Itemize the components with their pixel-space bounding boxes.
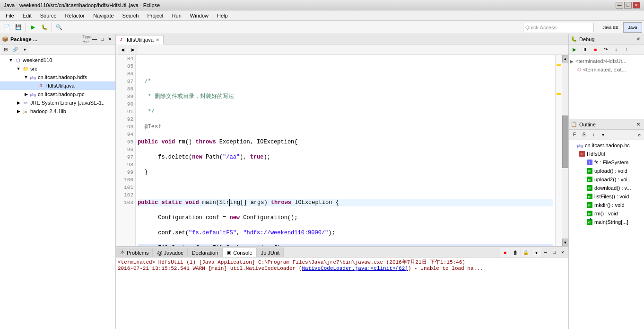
outline-method-listfiles[interactable]: m listFiles() : void — [569, 192, 644, 201]
tab-console[interactable]: ▣ Console — [222, 248, 256, 257]
tree-item-hadoop-lib[interactable]: ▶ jar hadoop-2.4.1lib — [0, 107, 115, 116]
debug-item-icon-2: ⬡ — [577, 67, 581, 72]
link-editor-button[interactable]: 🔗 — [10, 45, 20, 54]
type-hierarchy-tab[interactable]: Type Hie — [83, 36, 91, 43]
menu-project[interactable]: Project — [143, 12, 167, 19]
debug-item-label-1: <terminated>HdfsUt... — [575, 58, 627, 64]
outline-method-rm[interactable]: m rm() : void — [569, 209, 644, 218]
toolbar-java[interactable]: Java — [623, 22, 642, 33]
toolbar-search[interactable]: 🔍 — [54, 22, 64, 33]
outline-hide-fields[interactable]: F — [570, 130, 579, 140]
view-menu-button[interactable]: ▾ — [20, 45, 29, 54]
tree-item-rpc-package[interactable]: ▶ pkg cn.itcast.hadoop.rpc — [0, 90, 115, 98]
debug-suspend[interactable]: ⏸ — [580, 45, 590, 54]
code-content[interactable]: /* * 删除文件或目录，封装好的写法 */ @Test public void… — [136, 55, 555, 246]
console-view-menu[interactable]: ▾ — [531, 248, 541, 257]
outline-method-download[interactable]: m download() : v... — [569, 184, 644, 192]
tab-declaration[interactable]: Declaration — [188, 248, 223, 257]
label-jre: JRE System Library [JavaSE-1.. — [30, 100, 104, 106]
menu-edit[interactable]: Edit — [19, 12, 35, 19]
tab-junit[interactable]: Ju JUnit — [257, 248, 284, 257]
outline-method-upload2[interactable]: m upload2() : voi... — [569, 175, 644, 184]
tab-javadoc[interactable]: @ Javadoc — [153, 248, 187, 257]
editor-toolbar-btn2[interactable]: ▶ — [128, 45, 138, 54]
toolbar-debug[interactable]: 🐛 — [39, 22, 50, 33]
code-line-89: public void rm() throws Exception, IOExc… — [138, 138, 553, 146]
editor-area[interactable]: 84 85 86 87 88 89 90 91 92 93 94 95 96 9… — [116, 55, 568, 246]
scrollbar-track[interactable] — [562, 62, 568, 239]
menu-search[interactable]: Search — [119, 12, 143, 19]
toolbar-save[interactable]: 💾 — [13, 22, 24, 33]
console-minimize[interactable]: — — [542, 249, 549, 256]
menu-source[interactable]: Source — [36, 12, 61, 19]
console-clear[interactable]: 🗑 — [511, 248, 520, 257]
outline-title: Outline — [579, 122, 635, 127]
debug-terminate-btn[interactable]: ■ — [591, 45, 600, 54]
outline-field-fs[interactable]: f fs : FileSystem — [569, 158, 644, 167]
toolbar-run[interactable]: ▶ — [28, 22, 38, 33]
outline-method-main[interactable]: m s main(String[...] — [569, 218, 644, 226]
outline-hide-static[interactable]: S — [579, 130, 589, 140]
outline-class[interactable]: C HdfsUtil — [569, 150, 644, 158]
tree-item-src[interactable]: ▼ 📁 src — [0, 64, 115, 73]
quick-access-label: Quick Access — [525, 25, 557, 30]
maximize-button[interactable]: □ — [624, 2, 632, 9]
tree-item-jre[interactable]: ▶ lib JRE System Library [JavaSE-1.. — [0, 98, 115, 107]
outline-package-label: cn.itcast.hadoop.hc — [585, 142, 630, 148]
menu-window[interactable]: Window — [186, 12, 212, 19]
toolbar-java-ee[interactable]: Java EE — [599, 22, 622, 33]
console-close[interactable]: ✕ — [559, 249, 566, 256]
tree-item-hdfsutil[interactable]: J HdfsUtil.java — [0, 81, 115, 90]
editor-scrollbar[interactable]: ▲ ▼ — [562, 55, 568, 246]
outline-view-menu[interactable]: ▾ — [598, 130, 608, 140]
panel-minimize[interactable]: — — [91, 36, 98, 43]
code-line-91: } — [138, 169, 553, 176]
debug-close[interactable]: ✕ — [635, 36, 642, 43]
menu-file[interactable]: File — [2, 12, 18, 19]
editor-tab-hdfsutil[interactable]: J HdfsUtil.java ✕ — [116, 35, 164, 44]
scrollbar-thumb[interactable] — [562, 116, 568, 169]
tree-item-hdfs-package[interactable]: ▼ pkg cn.itcast.hadoop.hdfs — [0, 73, 115, 81]
editor-tab-close[interactable]: ✕ — [156, 37, 159, 43]
toolbar-new[interactable]: 📄 — [2, 22, 12, 33]
debug-area: 🐛 Debug ✕ ▶ ⏸ ■ ↷ ↓ ↑ ▶ <terminated>Hdfs… — [569, 34, 644, 119]
debug-item-2[interactable]: ⬡ <terminated, exit... — [570, 65, 643, 74]
line-numbers: 84 85 86 87 88 89 90 91 92 93 94 95 96 9… — [116, 55, 136, 246]
close-button[interactable]: ✕ — [633, 2, 640, 9]
editor-toolbar-btn1[interactable]: ◀ — [118, 45, 127, 54]
menu-refactor[interactable]: Refactor — [61, 12, 89, 19]
outline-method-upload[interactable]: m upload() : void — [569, 167, 644, 175]
console-scroll-lock[interactable]: 🔒 — [521, 248, 531, 257]
arrow-src: ▼ — [15, 66, 22, 71]
debug-resume[interactable]: ▶ — [570, 45, 579, 54]
debug-step-over[interactable]: ↷ — [601, 45, 610, 54]
collapse-all-button[interactable]: ⊟ — [1, 45, 10, 54]
scrollbar-down[interactable]: ▼ — [562, 239, 568, 246]
debug-item-1[interactable]: ▶ <terminated>HdfsUt... — [570, 57, 643, 65]
console-link[interactable]: NativeCodeLoader.java:<clinit>(62) — [302, 266, 408, 271]
outline-package[interactable]: pkg cn.itcast.hadoop.hc — [569, 141, 644, 150]
menu-run[interactable]: Run — [168, 12, 185, 19]
outline-class-icon: C — [578, 150, 586, 158]
quick-access-field[interactable]: Quick Access — [523, 23, 594, 32]
outline-method-mkdir[interactable]: m mkdir() : void — [569, 201, 644, 209]
outline-sort[interactable]: ↕ — [589, 130, 598, 140]
outline-header: 📋 Outline ✕ — [569, 119, 644, 130]
label-hadoop-lib: hadoop-2.4.1lib — [30, 108, 66, 114]
panel-maximize[interactable]: □ — [98, 36, 106, 43]
outline-close[interactable]: ✕ — [635, 121, 642, 128]
outline-refresh[interactable]: ↺ — [635, 131, 643, 139]
java-file-icon: J — [37, 82, 44, 89]
debug-step-into[interactable]: ↓ — [611, 45, 621, 54]
console-terminate[interactable]: ■ — [500, 248, 510, 257]
console-maximize[interactable]: □ — [550, 249, 558, 256]
tree-item-weekend110[interactable]: ▼ ⬡ weekend110 — [0, 56, 115, 64]
scrollbar-up[interactable]: ▲ — [562, 55, 568, 62]
debug-toolbar: ▶ ⏸ ■ ↷ ↓ ↑ — [569, 44, 644, 55]
menu-navigate[interactable]: Navigate — [89, 12, 117, 19]
tab-problems[interactable]: ⚠ Problems — [116, 248, 153, 257]
menu-help[interactable]: Help — [213, 12, 232, 19]
panel-close[interactable]: ✕ — [106, 36, 113, 43]
minimize-button[interactable]: — — [616, 2, 623, 9]
debug-step-return[interactable]: ↑ — [622, 45, 631, 54]
